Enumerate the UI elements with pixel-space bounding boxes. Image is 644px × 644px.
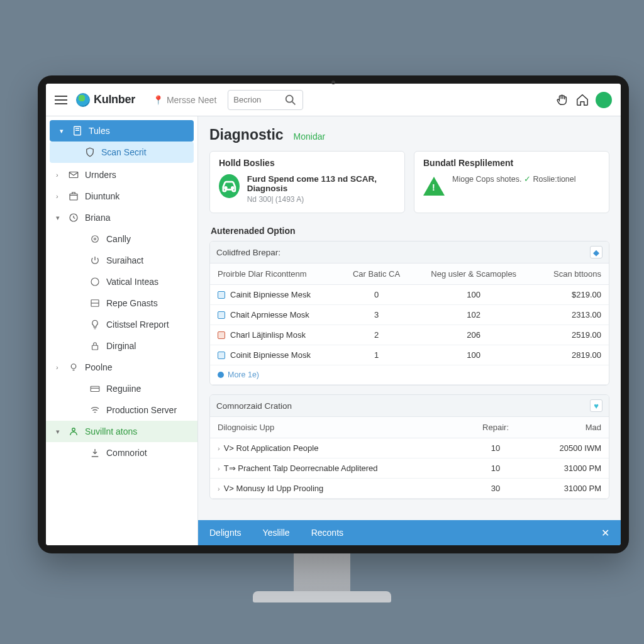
sidebar-item[interactable]: Dirginal xyxy=(46,335,197,357)
svg-rect-3 xyxy=(70,194,77,200)
card-hold-main: Furd Spend come 113 nd SCAR, Diagnosis xyxy=(247,174,396,193)
sidebar-item[interactable]: Repe Gnasts xyxy=(46,292,197,314)
logo-mark-icon xyxy=(76,93,90,107)
sidebar-item[interactable]: Scan Secrit xyxy=(50,142,194,163)
svg-rect-2 xyxy=(69,172,78,178)
sidebar-item[interactable]: Canlly xyxy=(46,228,197,250)
sidebar-item[interactable]: Suraihact xyxy=(46,250,197,271)
sidebar-item[interactable]: ›Poolne xyxy=(46,357,197,378)
panel-1: Colidfred Brepar: ◆ Proirble Dlar Ricont… xyxy=(209,241,609,386)
bottom-bar: Delignts Yeslille Reconts ✕ xyxy=(198,520,621,545)
row-icon xyxy=(218,291,225,299)
panel2-expand-icon[interactable]: ♥ xyxy=(590,399,602,412)
table2-col: Dilognoisic Upp xyxy=(210,417,465,438)
card-icon xyxy=(89,383,101,394)
hand-icon[interactable] xyxy=(555,93,569,107)
sidebar-item[interactable]: ▾Suvillnt atons xyxy=(46,421,197,442)
chevron-down-icon: ▾ xyxy=(56,428,62,436)
home-icon[interactable] xyxy=(575,93,589,107)
svg-point-14 xyxy=(231,187,233,189)
target-icon xyxy=(89,233,101,245)
table-row[interactable]: Coinit Bipniesse Mosk11002819.00 xyxy=(210,345,609,365)
svg-point-7 xyxy=(91,278,99,286)
download-icon xyxy=(89,447,101,458)
card-bundle-main: Mioge Cops shotes. xyxy=(452,175,521,184)
page-subtitle-link[interactable]: Monidar xyxy=(294,131,326,142)
logo[interactable]: Kulnber xyxy=(76,93,135,107)
chevron-right-icon: › xyxy=(218,465,220,472)
table2-col: Mad xyxy=(526,417,609,438)
table1-col: Neg usler & Scamoples xyxy=(414,264,534,285)
more-link[interactable]: More 1e) xyxy=(210,365,609,385)
panel1-header: Colidfred Brepar: xyxy=(216,248,280,257)
sidebar-item-label: Poolne xyxy=(85,362,113,372)
sidebar-item-label: Urnders xyxy=(85,170,116,180)
sidebar: ▾TulesScan Secrit›Urnders›Diuntunk▾Brian… xyxy=(46,116,198,545)
bottombar-item[interactable]: Reconts xyxy=(311,528,343,538)
close-icon[interactable]: ✕ xyxy=(601,527,609,539)
card-hold-title: Holld Boslies xyxy=(219,158,396,168)
sidebar-item[interactable]: Reguiine xyxy=(46,378,197,399)
brand-name: Kulnber xyxy=(94,93,135,106)
svg-rect-1 xyxy=(74,126,81,135)
svg-point-10 xyxy=(71,364,76,369)
sidebar-item-label: Dirginal xyxy=(106,341,136,351)
table-row[interactable]: ›V> Monusy Id Upp Prooling3031000 PM xyxy=(210,479,609,499)
sidebar-item[interactable]: Vatical Inteas xyxy=(46,271,197,292)
box-icon xyxy=(68,191,79,202)
bottombar-item[interactable]: Delignts xyxy=(209,528,242,538)
sidebar-item[interactable]: Comnoriot xyxy=(46,442,197,464)
wifi-icon xyxy=(89,404,101,416)
search-icon[interactable] xyxy=(284,93,297,107)
sidebar-item-label: Diuntunk xyxy=(85,191,119,201)
sidebar-item-label: Briana xyxy=(85,213,110,223)
table-2: Dilognoisic UppRepair:Mad›V> Rot Applica… xyxy=(210,417,609,499)
card-hold: Holld Boslies Furd Spend come 113 nd SCA… xyxy=(209,151,405,213)
sidebar-item-label: Suvillnt atons xyxy=(85,426,137,436)
sidebar-item[interactable]: ›Urnders xyxy=(46,164,197,186)
sidebar-item-label: Canlly xyxy=(106,234,131,244)
table-row[interactable]: ›T⇒ Prachent Talp Deorrecnable Adplitere… xyxy=(210,458,609,479)
sidebar-item-label: Production Server xyxy=(106,405,177,415)
sidebar-item[interactable]: ›Diuntunk xyxy=(46,186,197,207)
search-input-wrap[interactable] xyxy=(228,90,303,110)
chevron-right-icon: › xyxy=(56,171,62,179)
search-input[interactable] xyxy=(233,95,284,104)
table-row[interactable]: Chait Aprniesse Mosk31022313.00 xyxy=(210,305,609,325)
panel1-expand-icon[interactable]: ◆ xyxy=(590,246,602,258)
bottombar-item[interactable]: Yeslille xyxy=(263,528,290,538)
card-hold-sub: Nd 300| (1493 A) xyxy=(247,195,396,204)
top-nav-link[interactable]: 📍 Mersse Neet xyxy=(153,95,216,105)
sidebar-item-label: Comnoriot xyxy=(106,448,147,458)
table-row[interactable]: Charl Läjtinlisp Mosk22062519.00 xyxy=(210,325,609,345)
sidebar-item-label: Scan Secrit xyxy=(101,147,147,157)
panel2-header: Comnorzaid Cration xyxy=(216,401,292,411)
table1-col: Proirble Dlar Riconttenm xyxy=(210,264,339,285)
shield-icon xyxy=(84,147,96,158)
bulb2-icon xyxy=(68,362,79,373)
pin-icon: 📍 xyxy=(153,95,164,105)
power-icon xyxy=(89,255,101,266)
sidebar-item[interactable]: Production Server xyxy=(46,399,197,421)
table1-col: Car Batic CA xyxy=(339,264,413,285)
sidebar-item[interactable]: ▾Tules xyxy=(50,120,194,142)
card-bundle-title: Bundatl Resplilement xyxy=(423,158,600,168)
car-status-icon xyxy=(219,174,240,198)
chevron-right-icon: › xyxy=(56,364,62,371)
chevron-right-icon: › xyxy=(56,192,62,200)
page-icon xyxy=(72,125,83,136)
avatar[interactable] xyxy=(596,92,612,108)
hamburger-icon[interactable] xyxy=(55,96,67,104)
sidebar-item[interactable]: ▾Briana xyxy=(46,207,197,228)
section1-title: Auterenaded Option xyxy=(211,226,609,236)
svg-rect-11 xyxy=(91,386,99,391)
clock-icon xyxy=(68,212,79,223)
sidebar-item[interactable]: Citistsel Rreport xyxy=(46,314,197,335)
table1-col: Scan bttoons xyxy=(534,264,609,285)
main-content: Diagnostic Monidar Holld Boslies Furd Sp… xyxy=(198,116,621,545)
table-row[interactable]: Cainit Bipniesse Mesk0100$219.00 xyxy=(210,285,609,305)
sidebar-item-label: Reguiine xyxy=(106,384,141,394)
card-bundle: Bundatl Resplilement Mioge Cops shotes. … xyxy=(414,151,609,213)
table-row[interactable]: ›V> Rot Application People1020500 IWM xyxy=(210,438,609,458)
drawer-icon xyxy=(89,297,101,309)
